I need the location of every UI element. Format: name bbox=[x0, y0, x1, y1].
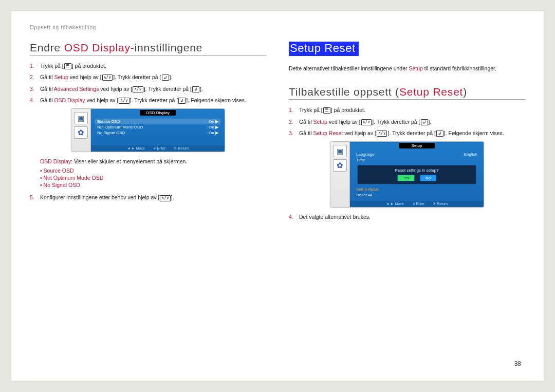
step-3: Gå til Advanced Settings ved hjelp av [∧… bbox=[30, 85, 266, 93]
dialog-yes-button[interactable]: Yes bbox=[397, 175, 415, 181]
steps-left-cont: Konfigurer innstillingene etter behov ve… bbox=[30, 193, 266, 201]
osd-title: OSD Display bbox=[140, 110, 176, 116]
dialog-no-button[interactable]: No bbox=[420, 175, 436, 181]
menu-icon bbox=[323, 107, 330, 114]
bullet-item: Not Optimum Mode OSD bbox=[40, 175, 266, 181]
bullet-item: No Signal OSD bbox=[40, 182, 266, 188]
right-column: Setup Reset Dette alternativet tilbakest… bbox=[289, 32, 525, 224]
h-post: -innstillingene bbox=[131, 42, 202, 53]
step-5: Konfigurer innstillingene etter behov ve… bbox=[30, 193, 266, 201]
step-4: Det valgte alternativet brukes. bbox=[289, 213, 525, 221]
arrow-right-icon: ▶ bbox=[215, 119, 218, 124]
updown-icon: ∧/∨ bbox=[160, 195, 170, 201]
steps-left: Trykk på [] på produktet. Gå til Setup v… bbox=[30, 62, 266, 104]
step-4: Gå til OSD Display ved hjelp av [∧/∨]. T… bbox=[30, 96, 266, 104]
arrow-right-icon: ▶ bbox=[215, 125, 218, 129]
osd-sub-items: Source OSD Not Optimum Mode OSD No Signa… bbox=[40, 167, 266, 188]
page-number: 38 bbox=[514, 360, 521, 367]
osd-tab-picture-icon: ▣ bbox=[333, 145, 347, 157]
step-2: Gå til Setup ved hjelp av [∧/∨]. Trykk d… bbox=[289, 118, 525, 126]
step-1: Trykk på [] på produktet. bbox=[30, 62, 266, 70]
osd-row: Reset All bbox=[354, 192, 479, 198]
osd-sidebar: ▣ ✿ bbox=[71, 109, 91, 152]
menu-icon bbox=[64, 63, 71, 69]
osd-tab-setup-icon: ✿ bbox=[333, 159, 347, 172]
h-red: OSD Display bbox=[64, 42, 131, 53]
arrow-right-icon: ▶ bbox=[215, 130, 218, 135]
enter-icon bbox=[178, 98, 186, 104]
osd-title: Setup bbox=[399, 143, 435, 148]
enter-icon bbox=[162, 74, 169, 81]
dialog-text: Reset settings in setup? bbox=[362, 168, 472, 173]
osd-tab-picture-icon: ▣ bbox=[74, 112, 88, 124]
osd-row: Not Optimum Mode OSD: On ▶ bbox=[95, 124, 220, 130]
osd-main: OSD Display Source OSDOn ▶ Not Optimum M… bbox=[91, 109, 225, 152]
steps-right-cont: Det valgte alternativet brukes. bbox=[289, 213, 525, 221]
updown-icon: ∧/∨ bbox=[361, 119, 372, 125]
heading-underline bbox=[289, 99, 525, 100]
osd-screenshot-left: ▣ ✿ OSD Display Source OSDOn ▶ Not Optim… bbox=[71, 108, 225, 152]
osd-main: Setup Language: English Time Reset setti… bbox=[350, 142, 484, 207]
osd-tab-setup-icon: ✿ bbox=[74, 126, 88, 139]
osd-sidebar: ▣ ✿ bbox=[330, 142, 350, 207]
osd-row-highlight: Setup Reset bbox=[354, 186, 479, 192]
updown-icon: ∧/∨ bbox=[119, 98, 129, 104]
heading-right: Tilbakestille oppsett (Setup Reset) bbox=[289, 86, 525, 98]
osd-row: Language: English bbox=[354, 152, 479, 157]
enter-icon bbox=[192, 86, 199, 92]
step-1: Trykk på [] på produktet. bbox=[289, 106, 525, 114]
osd-confirm-dialog: Reset settings in setup? Yes No bbox=[357, 165, 476, 184]
heading-left: Endre OSD Display-innstillingene bbox=[30, 42, 266, 54]
step-3: Gå til Setup Reset ved hjelp av [∧/∨]. T… bbox=[289, 129, 525, 137]
osd-footer: ◄ ► Move ↲ Enter ⟳ Return bbox=[350, 201, 484, 207]
breadcrumb: Oppsett og tilbakestilling bbox=[30, 25, 525, 30]
osd-footer: ◄ ► Move ↲ Enter ⟳ Return bbox=[91, 145, 225, 152]
enter-icon bbox=[421, 119, 428, 125]
updown-icon: ∧/∨ bbox=[133, 86, 143, 92]
updown-icon: ∧/∨ bbox=[102, 74, 113, 81]
intro-text: Dette alternativet tilbakestiller innsti… bbox=[289, 64, 525, 72]
page: Oppsett og tilbakestilling Endre OSD Dis… bbox=[11, 11, 544, 381]
steps-right: Trykk på [] på produktet. Gå til Setup v… bbox=[289, 106, 525, 137]
left-column: Endre OSD Display-innstillingene Trykk p… bbox=[30, 32, 266, 224]
h-pre: Endre bbox=[30, 42, 64, 53]
enter-icon bbox=[436, 130, 443, 137]
heading-underline bbox=[30, 55, 266, 55]
updown-icon: ∧/∨ bbox=[377, 130, 387, 137]
osd-note: OSD Display: Viser eller skjuler et meny… bbox=[40, 157, 266, 165]
osd-screenshot-right: ▣ ✿ Setup Language: English Time Reset s… bbox=[330, 141, 484, 208]
bullet-item: Source OSD bbox=[40, 167, 266, 174]
osd-row: No Signal OSD: On ▶ bbox=[95, 130, 220, 136]
highlighted-term: Setup Reset bbox=[289, 42, 359, 56]
osd-row: Time bbox=[354, 157, 479, 163]
step-2: Gå til Setup ved hjelp av [∧/∨]. Trykk d… bbox=[30, 73, 266, 81]
osd-row: Source OSDOn ▶ bbox=[95, 119, 220, 124]
